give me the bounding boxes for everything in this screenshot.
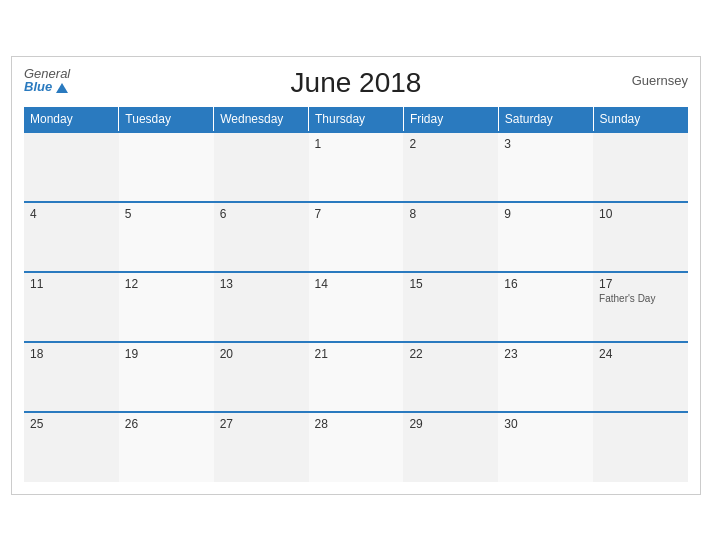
calendar-day-cell: 27 [214, 412, 309, 482]
day-number: 28 [315, 417, 398, 431]
day-number: 5 [125, 207, 208, 221]
calendar-day-cell [119, 132, 214, 202]
calendar-day-cell: 26 [119, 412, 214, 482]
calendar-header: General Blue June 2018 Guernsey [24, 67, 688, 99]
day-number: 12 [125, 277, 208, 291]
day-number: 14 [315, 277, 398, 291]
calendar-day-cell: 17Father's Day [593, 272, 688, 342]
day-number: 21 [315, 347, 398, 361]
day-number: 30 [504, 417, 587, 431]
day-number: 24 [599, 347, 682, 361]
day-number: 8 [409, 207, 492, 221]
day-number: 29 [409, 417, 492, 431]
calendar-day-cell: 22 [403, 342, 498, 412]
calendar-day-cell [593, 132, 688, 202]
calendar-day-cell: 19 [119, 342, 214, 412]
calendar-day-cell: 18 [24, 342, 119, 412]
header-monday: Monday [24, 107, 119, 132]
day-number: 18 [30, 347, 113, 361]
header-wednesday: Wednesday [214, 107, 309, 132]
calendar-day-cell: 25 [24, 412, 119, 482]
calendar-title: June 2018 [291, 67, 422, 99]
calendar-day-cell: 2 [403, 132, 498, 202]
calendar-day-cell: 8 [403, 202, 498, 272]
day-number: 11 [30, 277, 113, 291]
day-number: 3 [504, 137, 587, 151]
day-number: 19 [125, 347, 208, 361]
day-number: 20 [220, 347, 303, 361]
day-number: 2 [409, 137, 492, 151]
region-label: Guernsey [632, 73, 688, 88]
calendar-day-cell [214, 132, 309, 202]
calendar-day-cell: 10 [593, 202, 688, 272]
header-thursday: Thursday [309, 107, 404, 132]
calendar-day-cell: 20 [214, 342, 309, 412]
day-number: 13 [220, 277, 303, 291]
calendar-day-cell: 4 [24, 202, 119, 272]
calendar-day-cell: 1 [309, 132, 404, 202]
logo: General Blue [24, 67, 70, 93]
calendar-day-cell: 21 [309, 342, 404, 412]
calendar-week-row: 123 [24, 132, 688, 202]
calendar-day-cell: 14 [309, 272, 404, 342]
calendar-week-row: 11121314151617Father's Day [24, 272, 688, 342]
day-number: 25 [30, 417, 113, 431]
header-friday: Friday [403, 107, 498, 132]
logo-blue-text: Blue [24, 80, 52, 93]
calendar-grid: Monday Tuesday Wednesday Thursday Friday… [24, 107, 688, 482]
header-tuesday: Tuesday [119, 107, 214, 132]
day-number: 1 [315, 137, 398, 151]
calendar-day-cell: 16 [498, 272, 593, 342]
calendar-day-cell: 5 [119, 202, 214, 272]
header-sunday: Sunday [593, 107, 688, 132]
calendar-day-cell: 9 [498, 202, 593, 272]
day-number: 9 [504, 207, 587, 221]
calendar-day-cell: 23 [498, 342, 593, 412]
day-number: 17 [599, 277, 682, 291]
logo-general-text: General [24, 67, 70, 80]
day-number: 27 [220, 417, 303, 431]
weekday-header-row: Monday Tuesday Wednesday Thursday Friday… [24, 107, 688, 132]
calendar-day-cell: 11 [24, 272, 119, 342]
calendar-container: General Blue June 2018 Guernsey Monday T… [11, 56, 701, 495]
calendar-day-cell: 6 [214, 202, 309, 272]
day-number: 6 [220, 207, 303, 221]
day-number: 15 [409, 277, 492, 291]
calendar-week-row: 252627282930 [24, 412, 688, 482]
logo-triangle-icon [56, 83, 68, 93]
calendar-day-cell: 30 [498, 412, 593, 482]
day-number: 10 [599, 207, 682, 221]
day-number: 4 [30, 207, 113, 221]
calendar-day-cell [593, 412, 688, 482]
calendar-day-cell: 7 [309, 202, 404, 272]
day-number: 26 [125, 417, 208, 431]
calendar-day-cell: 12 [119, 272, 214, 342]
calendar-day-cell: 15 [403, 272, 498, 342]
calendar-day-cell [24, 132, 119, 202]
calendar-week-row: 45678910 [24, 202, 688, 272]
day-number: 23 [504, 347, 587, 361]
day-event: Father's Day [599, 293, 682, 304]
calendar-day-cell: 13 [214, 272, 309, 342]
day-number: 22 [409, 347, 492, 361]
calendar-day-cell: 29 [403, 412, 498, 482]
header-saturday: Saturday [498, 107, 593, 132]
calendar-day-cell: 24 [593, 342, 688, 412]
calendar-day-cell: 3 [498, 132, 593, 202]
calendar-week-row: 18192021222324 [24, 342, 688, 412]
calendar-day-cell: 28 [309, 412, 404, 482]
day-number: 16 [504, 277, 587, 291]
day-number: 7 [315, 207, 398, 221]
